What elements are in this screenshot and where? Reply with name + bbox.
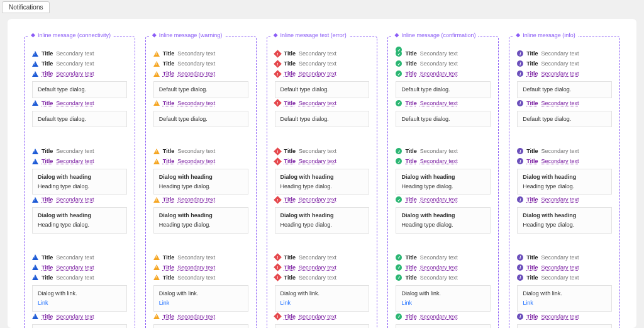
inline-message-secondary: Secondary text (56, 196, 94, 203)
inline-message-secondary: Secondary text (541, 314, 579, 320)
inline-message-secondary: Secondary text (420, 60, 458, 67)
inline-message-secondary: Secondary text (56, 314, 94, 320)
inline-message-row: TitleSecondary text (275, 252, 370, 263)
inline-message-row[interactable]: TitleSecondary text (32, 156, 127, 166)
info-circle-icon (517, 264, 523, 271)
inline-message-row[interactable]: TitleSecondary text (153, 98, 248, 108)
check-circle-icon (396, 60, 402, 67)
inline-message-row[interactable]: TitleSecondary text (32, 263, 127, 273)
inline-message-title: Title (284, 148, 296, 154)
inline-message-secondary: Secondary text (541, 50, 579, 57)
check-circle-icon (396, 274, 402, 281)
dialog-card: Default type dialog. (275, 81, 370, 98)
inline-message-title: Title (526, 274, 538, 281)
inline-message-secondary: Secondary text (541, 60, 579, 67)
inline-message-secondary: Secondary text (56, 148, 94, 154)
dialog-body: Default type dialog. (38, 86, 121, 94)
inline-message-title: Title (42, 264, 53, 271)
dialog-card: Default type dialog. (153, 111, 248, 128)
inline-message-title: Title (405, 60, 416, 67)
inline-message-row[interactable]: TitleSecondary text (517, 312, 612, 322)
inline-message-row[interactable]: TitleSecondary text (275, 156, 370, 166)
warning-triangle-icon (32, 196, 38, 203)
info-circle-icon (517, 196, 523, 203)
inline-message-title: Title (284, 314, 296, 320)
inline-message-row[interactable]: TitleSecondary text (275, 69, 370, 79)
inline-message-row[interactable]: TitleSecondary text (517, 156, 612, 166)
inline-message-row[interactable]: TitleSecondary text (517, 69, 612, 79)
inline-message-row[interactable]: TitleSecondary text (32, 312, 127, 322)
inline-message-title: Title (284, 50, 296, 57)
inline-message-row[interactable]: TitleSecondary text (396, 263, 491, 273)
warning-triangle-icon (153, 60, 160, 67)
inline-message-title: Title (526, 100, 538, 106)
dialog-body: Dialog with link. (280, 290, 364, 298)
inline-message-secondary: Secondary text (420, 314, 458, 320)
dialog-body: Heading type dialog. (280, 221, 364, 229)
dialog-link[interactable]: Link (38, 299, 121, 307)
inline-message-row[interactable]: TitleSecondary text (275, 312, 370, 322)
inline-message-secondary: Secondary text (177, 254, 215, 261)
inline-message-title: Title (163, 158, 174, 164)
variant-column-warning: Inline message (warning)TitleSecondary t… (145, 37, 257, 328)
inline-message-secondary: Secondary text (420, 264, 458, 271)
inline-message-title: Title (163, 196, 174, 203)
inline-message-secondary: Secondary text (56, 264, 94, 271)
inline-message-row[interactable]: TitleSecondary text (275, 195, 370, 205)
warning-triangle-icon (153, 254, 160, 261)
canvas-board: Inline message (connectivity)TitleSecond… (8, 19, 636, 328)
inline-message-row[interactable]: TitleSecondary text (153, 156, 248, 166)
inline-message-row[interactable]: TitleSecondary text (32, 98, 127, 108)
dialog-body: Dialog with link. (401, 290, 485, 298)
warning-triangle-icon (32, 71, 38, 77)
inline-message-row[interactable]: TitleSecondary text (517, 263, 612, 273)
inline-message-row[interactable]: TitleSecondary text (396, 98, 491, 108)
inline-message-row[interactable]: TitleSecondary text (396, 312, 491, 322)
inline-message-title: Title (405, 274, 416, 281)
inline-message-row[interactable]: TitleSecondary text (32, 69, 127, 79)
inline-message-title: Title (526, 148, 538, 154)
dialog-card: Dialog with headingHeading type dialog. (153, 207, 248, 233)
error-diamond-icon (275, 148, 281, 154)
inline-message-row[interactable]: TitleSecondary text (275, 263, 370, 273)
warning-triangle-icon (153, 100, 160, 106)
warning-triangle-icon (32, 60, 38, 67)
inline-message-row[interactable]: TitleSecondary text (275, 98, 370, 108)
dialog-body: Default type dialog. (159, 86, 243, 94)
info-circle-icon (517, 60, 523, 67)
dialog-card: Dialog with link.Link (32, 324, 127, 328)
dialog-link[interactable]: Link (401, 299, 485, 307)
dialog-card: Dialog with headingHeading type dialog. (32, 169, 127, 195)
inline-message-title: Title (42, 100, 53, 106)
warning-triangle-icon (32, 158, 38, 164)
inline-message-row[interactable]: TitleSecondary text (153, 195, 248, 205)
info-circle-icon (517, 100, 523, 106)
inline-message-row[interactable]: TitleSecondary text (32, 195, 127, 205)
warning-triangle-icon (32, 100, 38, 106)
warning-triangle-icon (153, 264, 160, 271)
inline-message-row[interactable]: TitleSecondary text (396, 69, 491, 79)
check-circle-icon (396, 314, 402, 320)
warning-triangle-icon (153, 158, 160, 164)
dialog-link[interactable]: Link (280, 299, 364, 307)
dialog-body: Heading type dialog. (401, 183, 485, 191)
inline-message-row[interactable]: TitleSecondary text (153, 263, 248, 273)
inline-message-title: Title (405, 71, 416, 77)
inline-message-row[interactable]: TitleSecondary text (517, 98, 612, 108)
inline-message-row[interactable]: TitleSecondary text (396, 156, 491, 166)
inline-message-title: Title (526, 60, 538, 67)
inline-message-row[interactable]: TitleSecondary text (517, 195, 612, 205)
dialog-link[interactable]: Link (159, 299, 243, 307)
tab-notifications[interactable]: Notifications (2, 1, 50, 13)
dialog-card: Dialog with headingHeading type dialog. (275, 207, 370, 233)
dialog-link[interactable]: Link (523, 299, 606, 307)
inline-message-row[interactable]: TitleSecondary text (153, 312, 248, 322)
dialog-body: Default type dialog. (401, 86, 485, 94)
inline-message-row[interactable]: TitleSecondary text (153, 69, 248, 79)
dialog-card: Default type dialog. (517, 111, 612, 128)
error-diamond-icon (275, 50, 281, 57)
inline-message-title: Title (163, 60, 174, 67)
dialog-body: Dialog with link. (523, 290, 606, 298)
inline-message-row[interactable]: TitleSecondary text (396, 195, 491, 205)
check-circle-icon (396, 196, 402, 203)
